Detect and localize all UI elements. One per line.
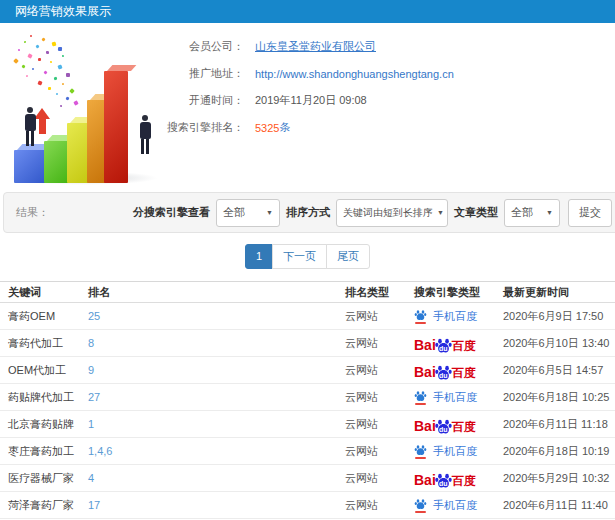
engine-filter-label: 分搜索引擎查看 [133,205,210,220]
sort-select[interactable]: 关键词由短到长排序 ▼ [336,199,448,227]
baidu-logo-du: du [439,372,448,379]
confetti-dot [13,58,19,64]
article-select-value: 全部 [511,205,533,220]
updated-cell: 2020年6月11日 11:40 [503,498,615,513]
rank-link[interactable]: 25 [88,310,100,322]
caret-down-icon: ▼ [266,209,273,216]
table-row: 菏泽膏药厂家17云网站手机百度2020年6月11日 11:40 [0,492,615,519]
sort-filter-label: 排序方式 [286,205,330,220]
page-title: 网络营销效果展示 [15,4,111,18]
confetti-dot [32,68,34,70]
confetti-dot [62,55,65,58]
updated-value: 2020年6月18日 10:19 [503,445,609,457]
rank-type-value: 云网站 [345,418,378,430]
confetti-dot [38,58,41,61]
next-page-button[interactable]: 下一页 [272,244,327,269]
updated-value: 2020年6月11日 11:18 [503,418,608,430]
mobile-baidu-icon [414,390,427,405]
baidu-logo-du: du [439,426,448,433]
updated-cell: 2020年6月9日 17:50 [503,309,615,324]
rank-cell: 1 [88,418,345,430]
last-page-button[interactable]: 尾页 [326,244,370,269]
confetti-dot [43,70,47,74]
table-header-row: 关键词 排名 排名类型 搜索引擎类型 最新更新时间 [0,281,615,303]
open-time-value: 2019年11月20日 09:08 [255,93,367,108]
engine-cell: Baidu百度 [408,470,503,487]
updated-cell: 2020年6月10日 13:40 [503,336,615,351]
company-info-fields: 会员公司： 山东皇圣堂药业有限公司 推广地址： http://www.shand… [160,33,615,141]
rank-cell: 1,4,6 [88,445,345,457]
mobile-baidu-paw-icon [414,444,427,456]
mobile-baidu-underline [415,403,426,405]
confetti-dot [60,105,62,107]
caret-down-icon: ▼ [437,209,444,216]
confetti-dot [21,64,25,68]
updated-cell: 2020年6月18日 10:25 [503,390,615,405]
confetti-dot [41,37,45,41]
baidu-paw-icon: du [435,418,452,435]
engine-cell: Baidu百度 [408,416,503,433]
company-link[interactable]: 山东皇圣堂药业有限公司 [255,39,376,54]
rank-type-value: 云网站 [345,310,378,322]
table-body: 膏药OEM25云网站手机百度2020年6月9日 17:50膏药代加工8云网站Ba… [0,303,615,519]
updated-cell: 2020年6月11日 11:18 [503,417,615,432]
baidu-logo-cn: 百度 [452,475,476,487]
rank-type-value: 云网站 [345,391,378,403]
baidu-logo-bai: Bai [414,419,436,433]
field-label: 搜索引擎排名： [160,120,244,135]
rank-type-cell: 云网站 [345,336,408,351]
promotion-url-link[interactable]: http://www.shandonghuangshengtang.cn [255,68,454,80]
updated-value: 2020年6月10日 13:40 [503,337,609,349]
field-url: 推广地址： http://www.shandonghuangshengtang.… [160,60,615,87]
engine-cell: Baidu百度 [408,335,503,352]
table-row: 膏药OEM25云网站手机百度2020年6月9日 17:50 [0,303,615,330]
engine-cell: Baidu百度 [408,362,503,379]
pagination: 1 下一页 尾页 [0,244,615,269]
baidu-paw-icon: du [435,364,452,381]
caret-down-icon: ▼ [546,209,553,216]
businessman-figure-right [137,115,153,154]
baidu-logo-bai: Bai [414,338,436,352]
baidu-logo-icon: Baidu百度 [414,470,476,487]
header-rank: 排名 [88,285,345,300]
baidu-logo-cn: 百度 [452,367,476,379]
mobile-baidu-paw-icon [414,309,427,321]
rank-cell: 25 [88,310,345,322]
rank-link[interactable]: 17 [88,499,100,511]
confetti-dot [62,83,65,86]
rank-count-unit: 条 [279,120,290,135]
rank-type-value: 云网站 [345,337,378,349]
updated-value: 2020年6月9日 17:50 [503,310,603,322]
rank-link[interactable]: 1 [88,418,94,430]
confetti-dot [35,44,39,48]
rank-link[interactable]: 8 [88,337,94,349]
article-type-select[interactable]: 全部 ▼ [504,199,560,227]
rank-type-value: 云网站 [345,445,378,457]
updated-value: 2020年5月29日 10:32 [503,472,609,484]
confetti-dot [26,75,29,78]
engine-cell: 手机百度 [408,444,503,459]
rank-link[interactable]: 1,4,6 [88,445,112,457]
confetti-dot [24,41,27,44]
rank-count-value: 5325 [255,122,279,134]
growth-chart-image [0,33,185,185]
confetti-dot [66,97,70,101]
rank-link[interactable]: 27 [88,391,100,403]
confetti-dot [37,80,42,85]
baidu-logo-bai: Bai [414,473,436,487]
updated-cell: 2020年5月29日 10:32 [503,471,615,486]
rank-link[interactable]: 4 [88,472,94,484]
submit-button[interactable]: 提交 [568,199,612,227]
rank-link[interactable]: 9 [88,364,94,376]
confetti-dot [54,77,58,81]
engine-select[interactable]: 全部 ▼ [216,199,280,227]
updated-cell: 2020年6月5日 14:57 [503,363,615,378]
mobile-baidu-underline [415,511,426,513]
page-number-current[interactable]: 1 [245,244,273,269]
keyword-cell: 菏泽膏药厂家 [8,498,88,513]
keyword-cell: 医疗器械厂家 [8,471,88,486]
field-company: 会员公司： 山东皇圣堂药业有限公司 [160,33,615,60]
engine-type-label: 手机百度 [433,309,477,324]
field-open-time: 开通时间： 2019年11月20日 09:08 [160,87,615,114]
rank-type-cell: 云网站 [345,390,408,405]
